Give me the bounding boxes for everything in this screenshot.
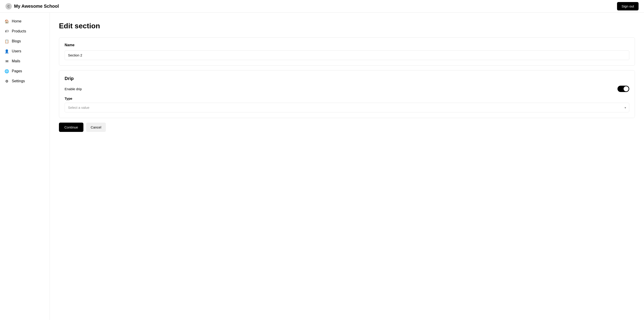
sidebar-label-settings: Settings [12,79,25,83]
logo-icon: C [6,3,12,10]
app-header: C My Awesome School Sign out [0,0,644,13]
main-content: Edit section Name Drip Enable drip Type … [50,13,644,320]
name-input[interactable] [64,50,629,60]
products-icon: 🏷 [4,29,9,34]
enable-drip-label: Enable drip [64,87,82,91]
type-select-wrapper: Select a value Immediately After X days … [64,103,629,112]
sign-out-button[interactable]: Sign out [617,2,638,10]
sidebar-item-products[interactable]: 🏷 Products [0,26,50,36]
name-label: Name [64,43,629,47]
blogs-icon: 📋 [4,39,9,44]
sidebar-label-pages: Pages [12,69,22,73]
sidebar-label-users: Users [12,49,21,53]
sidebar-item-blogs[interactable]: 📋 Blogs [0,36,50,46]
actions-row: Continue Cancel [59,122,635,132]
home-icon: 🏠 [4,19,9,24]
app-title: My Awesome School [14,4,59,9]
page-title: Edit section [59,22,635,30]
pages-icon: 🌐 [4,69,9,74]
sidebar-item-pages[interactable]: 🌐 Pages [0,66,50,76]
drip-title: Drip [64,76,629,81]
sidebar: 🏠 Home 🏷 Products 📋 Blogs 👤 Users ✉ Mail… [0,13,50,320]
sidebar-item-home[interactable]: 🏠 Home [0,16,50,26]
sidebar-label-mails: Mails [12,59,20,63]
toggle-slider [618,86,629,92]
enable-drip-toggle[interactable] [618,86,629,92]
sidebar-label-blogs: Blogs [12,39,21,43]
sidebar-label-products: Products [12,29,26,33]
settings-icon: ⚙ [4,79,9,84]
sidebar-label-home: Home [12,19,22,23]
sidebar-item-users[interactable]: 👤 Users [0,46,50,56]
enable-drip-row: Enable drip [64,86,629,92]
cancel-button[interactable]: Cancel [86,122,106,132]
drip-card: Drip Enable drip Type Select a value Imm… [59,70,635,118]
sidebar-item-settings[interactable]: ⚙ Settings [0,76,50,86]
mails-icon: ✉ [4,59,9,64]
continue-button[interactable]: Continue [59,122,84,132]
header-left: C My Awesome School [6,3,59,10]
sidebar-item-mails[interactable]: ✉ Mails [0,56,50,66]
name-card: Name [59,38,635,66]
type-label: Type [64,96,629,100]
type-select[interactable]: Select a value Immediately After X days … [64,103,629,112]
main-layout: 🏠 Home 🏷 Products 📋 Blogs 👤 Users ✉ Mail… [0,13,644,320]
users-icon: 👤 [4,49,9,54]
